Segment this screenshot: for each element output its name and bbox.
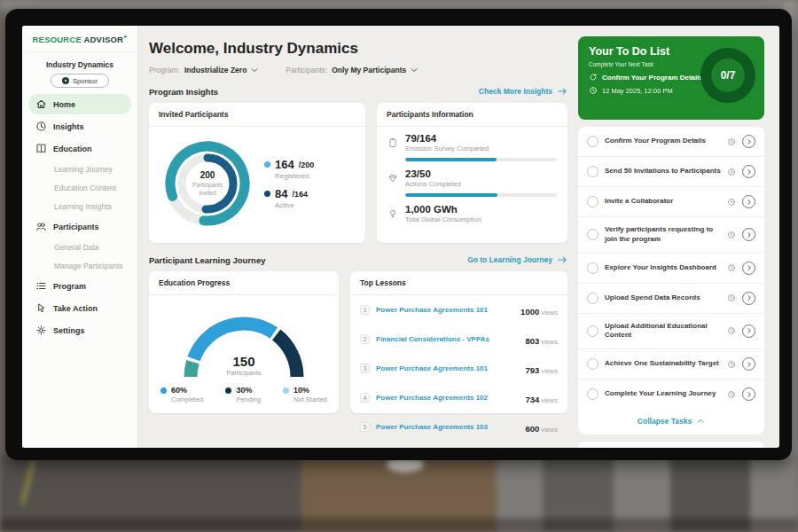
- open-task-button[interactable]: [742, 325, 755, 338]
- legend-percent: 60%: [171, 386, 203, 395]
- lesson-rank: 3: [360, 364, 370, 373]
- stat-row: 1,000 GWh Total Global Consumption: [377, 198, 567, 223]
- clock-icon: [727, 198, 736, 207]
- check-more-insights-label: Check More Insights: [479, 87, 552, 96]
- legend-percent: 30%: [236, 386, 261, 395]
- lesson-link[interactable]: Power Purchase Agreements 101: [376, 306, 514, 314]
- lesson-views: 734: [525, 395, 539, 404]
- open-task-button[interactable]: [742, 262, 755, 275]
- registered-label: Registered: [275, 172, 314, 180]
- task-checkbox[interactable]: [587, 229, 598, 240]
- go-to-learning-journey-link[interactable]: Go to Learning Journey: [467, 254, 567, 265]
- sidebar-item[interactable]: Learning Journey: [28, 160, 131, 177]
- lesson-views: 1000: [520, 307, 539, 317]
- sidebar-item[interactable]: Education Content: [28, 179, 131, 196]
- lesson-link[interactable]: Power Purchase Agreements 103: [376, 423, 519, 431]
- sidebar-item-label: General Data: [54, 243, 99, 252]
- clock-icon: [727, 326, 736, 335]
- todo-summary-card: Your To Do List Complete Your Next Task:…: [578, 36, 764, 120]
- settings-icon: [35, 325, 47, 336]
- sidebar-item[interactable]: Take Action: [28, 298, 131, 318]
- task-label: Upload Additional Educational Content: [605, 322, 721, 341]
- sidebar-item[interactable]: Home: [28, 94, 131, 114]
- chevron-right-icon: [746, 168, 753, 176]
- open-task-button[interactable]: [742, 195, 755, 208]
- task-row[interactable]: Complete Your Learning Journey: [578, 379, 764, 409]
- lesson-views-suffix: views: [541, 338, 558, 346]
- open-task-button[interactable]: [742, 387, 755, 401]
- lesson-rank: 4: [360, 393, 370, 403]
- clock-icon: [727, 137, 736, 146]
- task-checkbox[interactable]: [587, 262, 598, 274]
- task-checkbox[interactable]: [587, 166, 598, 177]
- participants-filter[interactable]: Participants: Only My Participants: [286, 66, 419, 74]
- task-checkbox[interactable]: [587, 388, 598, 400]
- sidebar-item[interactable]: Program: [28, 276, 131, 296]
- lesson-views-suffix: views: [541, 367, 558, 375]
- recent-news-card: Recent News: [578, 442, 764, 448]
- participants-filter-label: Participants:: [286, 66, 327, 74]
- sidebar-item[interactable]: Learning Insights: [28, 198, 131, 215]
- task-checkbox[interactable]: [587, 358, 598, 370]
- logo-resource: RESOURCE: [33, 35, 82, 44]
- task-row[interactable]: Upload Spend Data Records: [578, 284, 764, 314]
- open-task-button[interactable]: [742, 228, 755, 241]
- task-row[interactable]: Explore Your Insights Dashboard: [578, 254, 764, 284]
- task-row[interactable]: Send 50 Invitations to Participants: [578, 157, 764, 187]
- open-task-button[interactable]: [742, 292, 755, 305]
- program-filter[interactable]: Program: Industrialize Zero: [149, 66, 259, 74]
- task-checkbox[interactable]: [587, 196, 598, 207]
- sidebar-item-label: Take Action: [53, 304, 98, 313]
- participants-filter-value: Only My Participants: [332, 66, 406, 74]
- legend-item: 60% Completed: [160, 386, 203, 403]
- todo-due-label: 12 May 2025, 12:00 PM: [602, 87, 673, 95]
- invited-count: 200: [200, 170, 215, 180]
- check-more-insights-link[interactable]: Check More Insights: [479, 86, 567, 97]
- sidebar-item[interactable]: Participants: [28, 216, 131, 237]
- sidebar-item[interactable]: Education: [28, 138, 131, 159]
- main-content: Welcome, Industry Dynamics Program: Indu…: [149, 26, 567, 413]
- task-label: Confirm Your Program Details: [605, 137, 721, 146]
- sidebar-item[interactable]: Manage Participants: [28, 257, 131, 274]
- stat-progress-bar: [405, 158, 557, 161]
- legend-label: Not Started: [293, 395, 327, 403]
- lesson-views: 793: [525, 365, 539, 375]
- lesson-views-suffix: views: [541, 309, 558, 317]
- open-task-button[interactable]: [742, 165, 755, 178]
- sidebar-item[interactable]: Settings: [28, 320, 131, 340]
- chevron-right-icon: [746, 327, 753, 334]
- chevron-right-icon: [746, 138, 753, 145]
- clock-icon: [727, 231, 736, 239]
- open-task-button[interactable]: [742, 357, 755, 371]
- sidebar: RESOURCE ADVISOR+ Industry Dynamics Spon…: [22, 26, 138, 448]
- sidebar-item[interactable]: Insights: [28, 116, 131, 137]
- task-checkbox[interactable]: [587, 136, 598, 147]
- task-checkbox[interactable]: [587, 325, 598, 337]
- lesson-link[interactable]: Power Purchase Agreements 101: [376, 364, 519, 372]
- open-task-button[interactable]: [742, 135, 755, 148]
- task-row[interactable]: Verify participants requesting to join t…: [578, 217, 764, 254]
- collapse-tasks-link[interactable]: Collapse Tasks: [578, 409, 764, 434]
- page-title: Welcome, Industry Dynamics: [149, 40, 567, 58]
- task-row[interactable]: Invite a Collaborator: [578, 187, 764, 217]
- task-checkbox[interactable]: [587, 293, 598, 304]
- education-legend: 60% Completed 30% Pending: [149, 379, 339, 403]
- legend-dot: [160, 387, 167, 394]
- task-row[interactable]: Achieve One Sustainability Target: [578, 349, 764, 379]
- lesson-link[interactable]: Financial Considerations - VPPAs: [376, 335, 519, 343]
- lesson-link[interactable]: Power Purchase Agreements 102: [376, 394, 519, 402]
- sponsor-badge[interactable]: Sponsor: [51, 74, 109, 88]
- insights-cards-row: Invited Participants 200 Participants In…: [149, 103, 567, 243]
- clock-icon: [727, 390, 736, 399]
- legend-dot: [225, 387, 231, 394]
- task-row[interactable]: Confirm Your Program Details: [578, 127, 764, 157]
- lesson-views-suffix: views: [541, 396, 558, 404]
- tasks-card: Confirm Your Program Details Send 50 Inv…: [578, 127, 764, 434]
- task-row[interactable]: Upload Additional Educational Content: [578, 314, 764, 350]
- program-filter-label: Program:: [149, 66, 180, 74]
- lesson-views-suffix: views: [541, 426, 558, 434]
- top-lessons-title: Top Lessons: [350, 271, 567, 295]
- tasks-list: Confirm Your Program Details Send 50 Inv…: [578, 127, 764, 409]
- participants-icon: [35, 221, 47, 232]
- sidebar-item[interactable]: General Data: [28, 239, 131, 255]
